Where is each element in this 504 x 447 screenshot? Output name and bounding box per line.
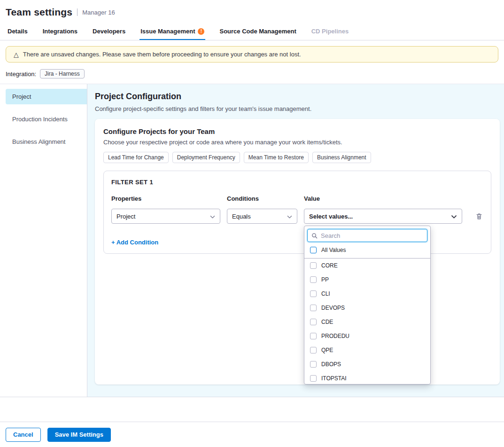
dropdown-option[interactable]: CLI <box>304 287 430 301</box>
sidebar-item-production-incidents[interactable]: Production Incidents <box>6 111 87 127</box>
option-label: CORE <box>321 262 338 269</box>
configure-projects-card: Configure Projects for your Team Choose … <box>95 119 500 384</box>
value-select[interactable]: Select values... <box>304 209 462 224</box>
integration-chip[interactable]: Jira - Harness <box>40 69 85 78</box>
metric-chip-row: Lead Time for Change Deployment Frequenc… <box>103 152 491 163</box>
sidebar-item-project[interactable]: Project <box>6 89 87 104</box>
condition-select[interactable]: Equals <box>227 209 297 224</box>
chevron-down-icon <box>451 213 457 220</box>
footer-bar: Cancel Save IM Settings <box>0 422 504 447</box>
tab-cd-pipelines: CD Pipelines <box>310 23 349 40</box>
warning-icon: △︎ <box>14 51 19 58</box>
add-condition-button[interactable]: + Add Condition <box>111 239 158 246</box>
tab-label: Issue Management <box>140 28 195 35</box>
card-title: Configure Projects for your Team <box>103 127 491 135</box>
metric-chip: Lead Time for Change <box>103 152 169 163</box>
dropdown-option[interactable]: PRODEDU <box>304 329 430 343</box>
option-label: DBOPS <box>321 361 341 368</box>
metric-chip: Deployment Frequency <box>172 152 240 163</box>
chevron-down-icon <box>210 213 215 220</box>
tab-issue-management[interactable]: Issue Management ! <box>140 23 205 40</box>
value-column-header: Value <box>304 195 462 202</box>
card-subtitle: Choose your respective project or code a… <box>103 139 491 146</box>
option-label: CDE <box>321 319 333 325</box>
tab-label: CD Pipelines <box>311 28 349 35</box>
page-title: Team settings <box>6 7 72 18</box>
checkbox[interactable] <box>310 305 317 311</box>
search-input[interactable] <box>307 229 427 242</box>
delete-filter-row-button[interactable] <box>475 212 483 220</box>
footer-spacer <box>0 397 504 422</box>
option-label: DEVOPS <box>321 305 345 311</box>
conditions-column-header: Conditions <box>227 195 297 202</box>
dropdown-option[interactable]: CDE <box>304 315 430 329</box>
checkbox[interactable] <box>310 319 317 325</box>
select-all-option[interactable]: All Values <box>304 243 430 259</box>
option-label: QPE <box>321 347 333 353</box>
settings-sidebar: Project Production Incidents Business Al… <box>0 84 87 397</box>
tab-integrations[interactable]: Integrations <box>42 23 78 40</box>
sidebar-item-business-alignment[interactable]: Business Alignment <box>6 134 87 149</box>
option-label: ITOPSTAI <box>321 375 347 382</box>
condition-select-value: Equals <box>232 213 251 220</box>
checkbox[interactable] <box>310 276 317 283</box>
alert-badge-icon: ! <box>198 28 204 35</box>
page-header: Team settings Manager 16 <box>0 0 504 23</box>
tab-label: Developers <box>93 28 125 35</box>
value-select-placeholder: Select values... <box>309 213 353 220</box>
page-subtitle: Manager 16 <box>82 9 115 16</box>
property-select[interactable]: Project <box>111 209 220 224</box>
dropdown-option[interactable]: DEVOPS <box>304 301 430 315</box>
checkbox[interactable] <box>310 262 317 269</box>
dropdown-search <box>307 229 427 242</box>
checkbox[interactable] <box>310 361 317 368</box>
checkbox[interactable] <box>310 333 317 339</box>
value-dropdown-panel: All Values CORE PP <box>304 226 431 384</box>
section-title: Project Configuration <box>95 92 500 102</box>
save-im-settings-button[interactable]: Save IM Settings <box>47 428 111 442</box>
filter-set-1: FILTER SET 1 Properties Conditions Value… <box>103 171 491 254</box>
dropdown-option[interactable]: QPE <box>304 343 430 357</box>
filter-column-headers: Properties Conditions Value <box>111 195 483 202</box>
main-panel: Project Configuration Configure project-… <box>87 84 504 397</box>
checkbox[interactable] <box>310 247 317 253</box>
content-area: Project Production Incidents Business Al… <box>0 84 504 397</box>
metric-chip: Mean Time to Restore <box>244 152 309 163</box>
filter-set-title: FILTER SET 1 <box>111 179 483 186</box>
warning-text: There are unsaved changes. Please save t… <box>23 51 301 58</box>
cancel-button[interactable]: Cancel <box>6 428 41 442</box>
dropdown-option[interactable]: ITOPSTAI <box>304 371 430 384</box>
value-select-wrapper: Select values... <box>304 209 462 224</box>
metric-chip: Business Alignment <box>312 152 371 163</box>
properties-column-header: Properties <box>111 195 220 202</box>
checkbox[interactable] <box>310 347 317 353</box>
tab-label: Source Code Management <box>219 28 296 35</box>
checkbox[interactable] <box>310 290 317 297</box>
tab-details[interactable]: Details <box>7 23 29 40</box>
checkbox[interactable] <box>310 375 317 382</box>
dropdown-option[interactable]: CORE <box>304 259 430 273</box>
integration-label: Integration: <box>6 71 36 78</box>
section-subtitle: Configure project-specific settings and … <box>95 105 500 112</box>
tab-bar: Details Integrations Developers Issue Ma… <box>0 23 504 40</box>
tab-source-code-management[interactable]: Source Code Management <box>218 23 297 40</box>
dropdown-option[interactable]: DBOPS <box>304 357 430 371</box>
option-label: PRODEDU <box>321 333 349 339</box>
property-select-value: Project <box>116 213 135 220</box>
dropdown-option[interactable]: PP <box>304 273 430 287</box>
tab-label: Integrations <box>43 28 78 35</box>
option-label: CLI <box>321 290 330 297</box>
tab-label: Details <box>8 28 28 35</box>
select-all-label: All Values <box>321 247 346 253</box>
filter-row: Project Equals Select values... <box>111 209 483 224</box>
integration-row: Integration: Jira - Harness <box>0 68 504 84</box>
search-icon <box>311 233 318 239</box>
title-divider <box>77 8 78 16</box>
option-label: PP <box>321 276 329 283</box>
tab-developers[interactable]: Developers <box>92 23 126 40</box>
unsaved-changes-banner: △︎ There are unsaved changes. Please sav… <box>6 46 498 63</box>
chevron-down-icon <box>287 213 292 220</box>
